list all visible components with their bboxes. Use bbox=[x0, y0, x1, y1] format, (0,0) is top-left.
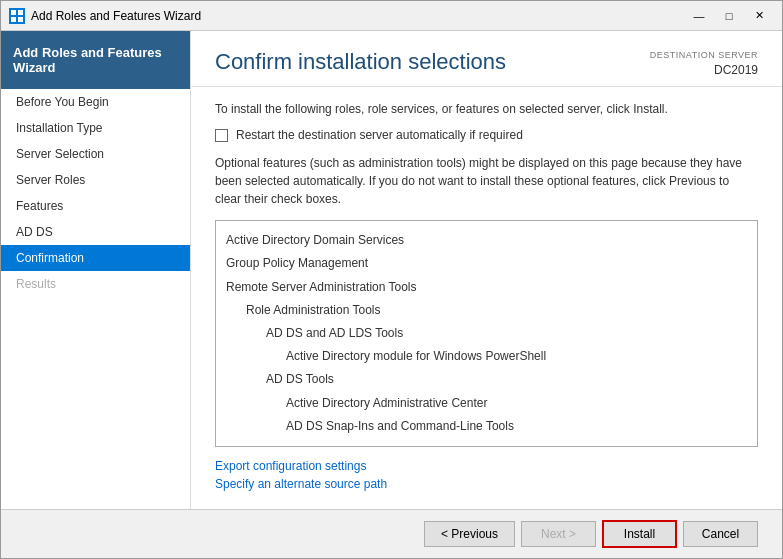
features-list-box: Active Directory Domain ServicesGroup Po… bbox=[215, 220, 758, 447]
page-title: Confirm installation selections bbox=[215, 49, 506, 75]
feature-item: Role Administration Tools bbox=[226, 299, 747, 322]
features-list: Active Directory Domain ServicesGroup Po… bbox=[226, 229, 747, 438]
window-controls: — □ ✕ bbox=[684, 6, 774, 26]
main-body: To install the following roles, role ser… bbox=[191, 87, 782, 509]
cancel-button[interactable]: Cancel bbox=[683, 521, 758, 547]
sidebar-item-confirmation[interactable]: Confirmation bbox=[1, 245, 190, 271]
app-icon bbox=[9, 8, 25, 24]
restart-checkbox-row[interactable]: Restart the destination server automatic… bbox=[215, 128, 758, 142]
sidebar-item-server-selection[interactable]: Server Selection bbox=[1, 141, 190, 167]
feature-item: Group Policy Management bbox=[226, 252, 747, 275]
install-button[interactable]: Install bbox=[602, 520, 677, 548]
link-alternate-source[interactable]: Specify an alternate source path bbox=[215, 477, 758, 491]
svg-rect-3 bbox=[18, 17, 23, 22]
title-bar: Add Roles and Features Wizard — □ ✕ bbox=[1, 1, 782, 31]
sidebar-item-ad-ds[interactable]: AD DS bbox=[1, 219, 190, 245]
sidebar-item-installation-type[interactable]: Installation Type bbox=[1, 115, 190, 141]
wizard-window: Add Roles and Features Wizard — □ ✕ Add … bbox=[0, 0, 783, 559]
restart-checkbox[interactable] bbox=[215, 129, 228, 142]
destination-server-name: DC2019 bbox=[650, 62, 758, 79]
next-button[interactable]: Next > bbox=[521, 521, 596, 547]
instruction-text: To install the following roles, role ser… bbox=[215, 101, 758, 118]
svg-rect-1 bbox=[18, 10, 23, 15]
feature-item: Active Directory Administrative Center bbox=[226, 392, 747, 415]
main-panel: Confirm installation selections DESTINAT… bbox=[191, 31, 782, 509]
link-export-config[interactable]: Export configuration settings bbox=[215, 459, 758, 473]
sidebar-item-features[interactable]: Features bbox=[1, 193, 190, 219]
feature-item: AD DS Tools bbox=[226, 368, 747, 391]
feature-item: AD DS and AD LDS Tools bbox=[226, 322, 747, 345]
content-area: Add Roles and Features Wizard Before You… bbox=[1, 31, 782, 509]
window-title: Add Roles and Features Wizard bbox=[31, 9, 684, 23]
destination-server-info: DESTINATION SERVER DC2019 bbox=[650, 49, 758, 78]
destination-server-label: DESTINATION SERVER bbox=[650, 49, 758, 62]
feature-item: Active Directory Domain Services bbox=[226, 229, 747, 252]
sidebar-item-server-roles[interactable]: Server Roles bbox=[1, 167, 190, 193]
sidebar-title: Add Roles and Features Wizard bbox=[1, 31, 190, 89]
navigation-list: Before You BeginInstallation TypeServer … bbox=[1, 89, 190, 297]
svg-rect-2 bbox=[11, 17, 16, 22]
sidebar-item-results: Results bbox=[1, 271, 190, 297]
svg-rect-0 bbox=[11, 10, 16, 15]
maximize-button[interactable]: □ bbox=[714, 6, 744, 26]
sidebar: Add Roles and Features Wizard Before You… bbox=[1, 31, 191, 509]
main-header: Confirm installation selections DESTINAT… bbox=[191, 31, 782, 87]
sidebar-item-before-you-begin[interactable]: Before You Begin bbox=[1, 89, 190, 115]
optional-features-text: Optional features (such as administratio… bbox=[215, 154, 758, 208]
previous-button[interactable]: < Previous bbox=[424, 521, 515, 547]
restart-checkbox-label: Restart the destination server automatic… bbox=[236, 128, 523, 142]
feature-item: AD DS Snap-Ins and Command-Line Tools bbox=[226, 415, 747, 438]
feature-item: Active Directory module for Windows Powe… bbox=[226, 345, 747, 368]
links-section: Export configuration settingsSpecify an … bbox=[215, 459, 758, 491]
wizard-footer: < Previous Next > Install Cancel bbox=[1, 509, 782, 558]
close-button[interactable]: ✕ bbox=[744, 6, 774, 26]
minimize-button[interactable]: — bbox=[684, 6, 714, 26]
feature-item: Remote Server Administration Tools bbox=[226, 276, 747, 299]
